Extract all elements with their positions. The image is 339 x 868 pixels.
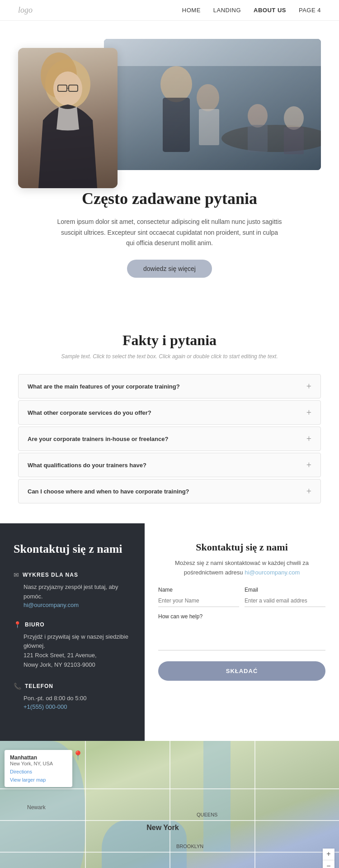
email-icon: ✉ (14, 571, 19, 579)
contact-right-title: Skontaktuj się z nami (158, 541, 325, 553)
contact-info-phone-header: 📞 TELEFON (14, 683, 131, 690)
map-zoom-controls: + − (323, 849, 334, 868)
contact-left-title: Skontaktuj się z nami (14, 541, 131, 557)
faq-expand-icon-1: + (306, 382, 311, 391)
faq-subtitle: Sample text. Click to select the text bo… (18, 352, 321, 360)
office-label: BIURO (25, 621, 45, 628)
faq-expand-icon-2: + (306, 408, 311, 417)
email-text: Nasz przyjazny zespół jest tutaj, aby po… (24, 583, 131, 602)
map-popup: Manhattan New York, NY, USA Directions V… (5, 750, 72, 787)
help-field-group: How can we help? (158, 613, 325, 650)
hero-card-photo (18, 48, 118, 188)
office-text: Przyjdź i przywitaj się w naszej siedzib… (24, 632, 131, 670)
nav-item-landing[interactable]: LANDING (213, 7, 241, 14)
map-placeholder: New York Newark BROOKLYN QUEENS Manhatta… (0, 741, 339, 868)
faq-expand-icon-4: + (306, 460, 311, 470)
contact-info-phone-block: 📞 TELEFON Pon.-pt. od 8:00 do 5:00 +1(55… (14, 683, 131, 710)
faq-expand-icon-3: + (306, 434, 311, 443)
name-field-group: Name (158, 587, 239, 607)
nav-item-about[interactable]: ABOUT US (254, 7, 286, 14)
hero-button[interactable]: dowiedz się więcej (127, 260, 212, 278)
hero-description: Lorem ipsum dolor sit amet, consectetur … (56, 217, 282, 249)
faq-item-2[interactable]: What other corporate services do you off… (18, 400, 321, 425)
nav-item-home[interactable]: HOME (182, 7, 201, 14)
faq-item-4[interactable]: What qualifications do your trainers hav… (18, 453, 321, 477)
email-input[interactable] (245, 595, 325, 607)
contact-left: Skontaktuj się z nami ✉ WYKRES DLA NAS N… (0, 523, 145, 740)
phone-link[interactable]: +1(555) 000-000 (24, 703, 131, 710)
contact-info-email-header: ✉ WYKRES DLA NAS (14, 571, 131, 579)
faq-item-3[interactable]: Are your corporate trainers in-house or … (18, 427, 321, 451)
name-input[interactable] (158, 595, 239, 607)
email-label: WYKRES DLA NAS (23, 572, 78, 578)
map-directions-link[interactable]: Directions (10, 769, 67, 774)
email-link[interactable]: hi@ourcompany.com (24, 602, 131, 608)
location-icon: 📍 (14, 621, 21, 629)
help-textarea[interactable] (158, 623, 325, 650)
faq-expand-icon-5: + (306, 487, 311, 496)
nav-item-page4[interactable]: PAGE 4 (299, 7, 321, 14)
map-popup-title: Manhattan (10, 754, 67, 761)
hero-photo-placeholder (104, 39, 321, 170)
hero-text-block: Często zadawane pytania Lorem ipsum dolo… (56, 188, 282, 278)
phone-text: Pon.-pt. od 8:00 do 5:00 (24, 694, 131, 703)
faq-item-1[interactable]: What are the main features of your corpo… (18, 374, 321, 398)
map-road-v2 (170, 741, 170, 868)
map-popup-subtitle: New York, NY, USA (10, 761, 67, 766)
nav-links: HOME LANDING ABOUT US PAGE 4 (182, 7, 321, 14)
map-label-newyork: New York (146, 824, 179, 832)
faq-title: Fakty i pytania (18, 332, 321, 349)
map-zoom-out[interactable]: − (323, 860, 334, 868)
name-label: Name (158, 587, 239, 593)
navbar: logo HOME LANDING ABOUT US PAGE 4 (0, 0, 339, 21)
submit-button[interactable]: SKŁADAĆ (158, 661, 325, 681)
contact-right: Skontaktuj się z nami Możesz się z nami … (145, 523, 339, 740)
map-label-queens: QUEENS (197, 812, 217, 817)
map-larger-link[interactable]: View larger map (10, 777, 67, 783)
email-field-group: Email (245, 587, 325, 607)
contact-info-office-header: 📍 BIURO (14, 621, 131, 629)
logo: logo (18, 5, 33, 15)
help-label: How can we help? (158, 613, 325, 620)
contact-section: Skontaktuj się z nami ✉ WYKRES DLA NAS N… (0, 523, 339, 740)
map-road-v3 (254, 741, 255, 868)
faq-question-5: Can I choose where and when to have corp… (28, 488, 189, 495)
contact-right-desc: Możesz się z nami skontaktować w każdej … (158, 559, 325, 578)
map-road-v1 (85, 741, 86, 868)
svg-rect-11 (104, 39, 321, 170)
map-zoom-in[interactable]: + (323, 849, 334, 860)
email-label-form: Email (245, 587, 325, 593)
faq-question-2: What other corporate services do you off… (28, 409, 151, 416)
card-photo-placeholder (18, 48, 118, 188)
map-water-east (203, 741, 231, 852)
hero-image-block (18, 39, 321, 179)
phone-label: TELEFON (25, 683, 53, 689)
faq-section: Fakty i pytania Sample text. Click to se… (0, 305, 339, 523)
contact-form-row-1: Name Email (158, 587, 325, 607)
contact-email-link[interactable]: hi@ourcompany.com (245, 569, 300, 576)
map-label-brooklyn: BROOKLYN (176, 844, 203, 849)
faq-question-1: What are the main features of your corpo… (28, 383, 180, 390)
contact-info-email-block: ✉ WYKRES DLA NAS Nasz przyjazny zespół j… (14, 571, 131, 608)
hero-main-photo (104, 39, 321, 170)
faq-item-5[interactable]: Can I choose where and when to have corp… (18, 479, 321, 503)
faq-question-3: Are your corporate trainers in-house or … (28, 436, 168, 442)
hero-title: Często zadawane pytania (56, 188, 282, 209)
faq-question-4: What qualifications do your trainers hav… (28, 462, 146, 469)
map-label-newark: Newark (27, 804, 46, 811)
phone-icon: 📞 (14, 683, 21, 690)
contact-info-office-block: 📍 BIURO Przyjdź i przywitaj się w naszej… (14, 621, 131, 670)
hero-section: Często zadawane pytania Lorem ipsum dolo… (0, 21, 339, 305)
map-section: New York Newark BROOKLYN QUEENS Manhatta… (0, 741, 339, 868)
map-pin: 📍 (72, 750, 84, 761)
